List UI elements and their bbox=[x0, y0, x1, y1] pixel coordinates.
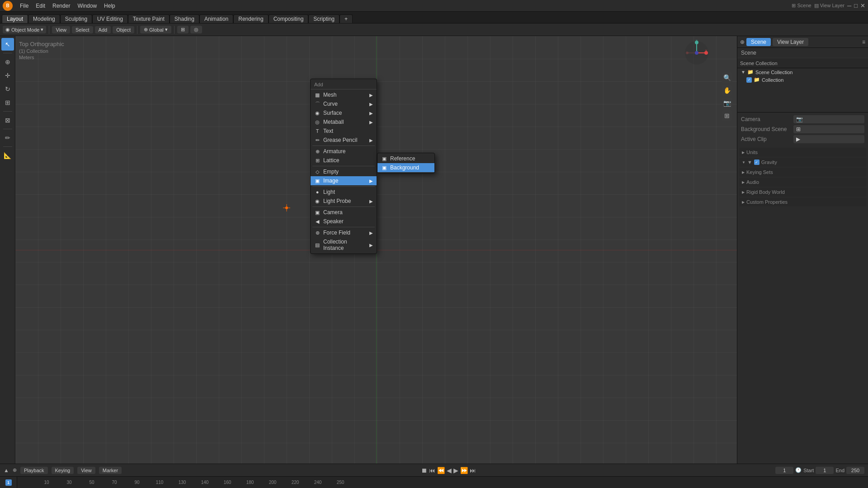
keying-btn[interactable]: Keying bbox=[52, 467, 74, 474]
tab-compositing[interactable]: Compositing bbox=[269, 14, 309, 23]
tab-scripting[interactable]: Scripting bbox=[308, 14, 340, 23]
select-btn[interactable]: Select bbox=[72, 26, 93, 33]
scene-collection-item[interactable]: ▼ 📁 Scene Collection bbox=[737, 68, 868, 76]
play-reverse-btn[interactable]: ◀ bbox=[447, 467, 452, 474]
keying-sets-section[interactable]: Keying Sets bbox=[739, 168, 866, 177]
zoom-in-btn[interactable]: 🔍 bbox=[722, 72, 732, 83]
rotate-tool[interactable]: ↻ bbox=[1, 83, 14, 95]
properties-icon[interactable]: ⊕ bbox=[740, 39, 745, 45]
skip-end-btn[interactable]: ⏭ bbox=[470, 467, 476, 474]
viewport-right-tools: 🔍 ✋ 📷 ⊞ bbox=[722, 72, 732, 121]
gravity-section[interactable]: ▼ ✓ Gravity bbox=[739, 158, 866, 167]
ctx-mesh[interactable]: ▦ Mesh ▶ bbox=[311, 90, 377, 99]
proportional-btn[interactable]: ◎ bbox=[190, 26, 202, 33]
current-frame[interactable]: 1 bbox=[775, 467, 793, 474]
collection-checkbox[interactable]: ✓ bbox=[746, 77, 752, 83]
ctx-curve[interactable]: ⌒ Curve ▶ bbox=[311, 99, 377, 108]
ctx-armature[interactable]: ⊕ Armature bbox=[311, 147, 377, 156]
minimize-button[interactable]: ─ bbox=[847, 2, 851, 9]
ctx-text[interactable]: T Text bbox=[311, 127, 377, 136]
ctx-image[interactable]: ▣ Image ▶ bbox=[311, 176, 377, 185]
tab-uv-editing[interactable]: UV Editing bbox=[92, 14, 128, 23]
close-button[interactable]: ✕ bbox=[860, 2, 865, 9]
custom-props-section[interactable]: Custom Properties bbox=[739, 197, 866, 206]
object-btn[interactable]: Object bbox=[113, 26, 134, 33]
rigid-body-section[interactable]: Rigid Body World bbox=[739, 188, 866, 197]
right-panel-filter[interactable]: ≡ bbox=[862, 39, 865, 45]
timeline-ruler[interactable]: 1 10 30 50 70 90 110 130 140 160 180 200… bbox=[0, 476, 868, 488]
start-frame[interactable]: 1 bbox=[816, 467, 834, 474]
tab-view-layer[interactable]: View Layer bbox=[773, 38, 808, 46]
mode-selector[interactable]: ◉ Object Mode ▾ bbox=[3, 26, 46, 33]
play-btn[interactable]: ▶ bbox=[453, 467, 458, 474]
ctx-lattice[interactable]: ⊞ Lattice bbox=[311, 156, 377, 165]
active-clip-value[interactable]: ▶ bbox=[793, 135, 864, 143]
camera-value[interactable]: 📷 bbox=[793, 115, 864, 123]
move-tool[interactable]: ✛ bbox=[1, 69, 14, 82]
select-tool[interactable]: ↖ bbox=[1, 38, 14, 51]
tab-animation[interactable]: Animation bbox=[199, 14, 233, 23]
ctx-grease-pencil[interactable]: ✏ Grease Pencil ▶ bbox=[311, 136, 377, 145]
end-frame[interactable]: 250 bbox=[846, 467, 864, 474]
maximize-button[interactable]: □ bbox=[854, 2, 858, 9]
tl-9: 160 bbox=[216, 480, 239, 485]
background-scene-value[interactable]: ⊞ bbox=[793, 125, 864, 133]
menu-render[interactable]: Render bbox=[49, 2, 74, 10]
tool-separator-4 bbox=[3, 146, 12, 147]
ctx-collection-instance[interactable]: ▤ Collection Instance ▶ bbox=[311, 237, 377, 253]
pan-btn[interactable]: ✋ bbox=[722, 85, 732, 96]
sub-background[interactable]: ▣ Background bbox=[377, 163, 434, 172]
audio-section[interactable]: Audio bbox=[739, 178, 866, 187]
scale-tool[interactable]: ⊞ bbox=[1, 96, 14, 109]
ctx-light-probe[interactable]: ◉ Light Probe ▶ bbox=[311, 197, 377, 206]
measure-tool[interactable]: 📐 bbox=[1, 149, 14, 162]
tab-sculpting[interactable]: Sculpting bbox=[60, 14, 92, 23]
tab-modeling[interactable]: Modeling bbox=[28, 14, 60, 23]
sub-reference[interactable]: ▣ Reference bbox=[377, 154, 434, 163]
units-section[interactable]: Units bbox=[739, 148, 866, 157]
light-probe-icon: ◉ bbox=[314, 198, 321, 204]
step-fwd-btn[interactable]: ⏩ bbox=[460, 467, 468, 474]
mode-chevron: ▾ bbox=[41, 27, 43, 33]
global-selector[interactable]: ⊕ Global ▾ bbox=[140, 26, 171, 33]
tab-shading[interactable]: Shading bbox=[170, 14, 199, 23]
menu-help[interactable]: Help bbox=[100, 2, 119, 10]
tab-add[interactable]: + bbox=[340, 14, 353, 23]
stop-btn[interactable]: ⏹ bbox=[421, 467, 427, 474]
skip-start-btn[interactable]: ⏮ bbox=[429, 467, 435, 474]
snap-btn[interactable]: ⊞ bbox=[177, 26, 189, 33]
menu-file[interactable]: File bbox=[16, 2, 32, 10]
cursor-tool[interactable]: ⊕ bbox=[1, 56, 14, 68]
gravity-checkbox[interactable]: ✓ bbox=[754, 160, 760, 165]
ctx-speaker[interactable]: ◀ Speaker bbox=[311, 217, 377, 226]
ctx-camera[interactable]: ▣ Camera bbox=[311, 208, 377, 217]
tab-layout[interactable]: Layout bbox=[2, 14, 28, 23]
tl-view-btn[interactable]: View bbox=[77, 467, 95, 474]
text-icon: T bbox=[314, 128, 321, 134]
timeline-numbers: 10 30 50 70 90 110 130 140 160 180 200 2… bbox=[17, 480, 868, 485]
ctx-surface[interactable]: ◉ Surface ▶ bbox=[311, 108, 377, 117]
playback-btn[interactable]: Playback bbox=[20, 467, 48, 474]
menu-window[interactable]: Window bbox=[74, 2, 100, 10]
ctx-force-field[interactable]: ⊛ Force Field ▶ bbox=[311, 228, 377, 237]
tab-rendering[interactable]: Rendering bbox=[233, 14, 268, 23]
collection-item[interactable]: ✓ 📁 Collection bbox=[737, 76, 868, 84]
tab-scene[interactable]: Scene bbox=[746, 38, 771, 46]
axis-gizmo[interactable]: Y X bbox=[684, 40, 710, 66]
camera-view-btn[interactable]: 📷 bbox=[722, 98, 732, 108]
ctx-light[interactable]: ● Light bbox=[311, 188, 377, 197]
view-btn[interactable]: View bbox=[52, 26, 70, 33]
transform-tool[interactable]: ⊠ bbox=[1, 114, 14, 127]
ctx-metaball[interactable]: ◎ Metaball ▶ bbox=[311, 117, 377, 127]
main-layout: ↖ ⊕ ✛ ↻ ⊞ ⊠ ✏ 📐 Top Orthographic (1) Col… bbox=[0, 36, 868, 464]
viewport-shading-btn[interactable]: ⊞ bbox=[722, 110, 732, 121]
tab-texture-paint[interactable]: Texture Paint bbox=[128, 14, 170, 23]
annotate-tool[interactable]: ✏ bbox=[1, 131, 14, 144]
timeline-collapse-btn[interactable]: ▲ bbox=[4, 467, 9, 474]
viewport[interactable]: Top Orthographic (1) Collection Meters Y… bbox=[15, 36, 737, 464]
step-back-btn[interactable]: ⏪ bbox=[437, 467, 445, 474]
menu-edit[interactable]: Edit bbox=[32, 2, 49, 10]
add-btn[interactable]: Add bbox=[95, 26, 111, 33]
ctx-empty[interactable]: ◇ Empty bbox=[311, 167, 377, 176]
marker-btn[interactable]: Marker bbox=[99, 467, 122, 474]
